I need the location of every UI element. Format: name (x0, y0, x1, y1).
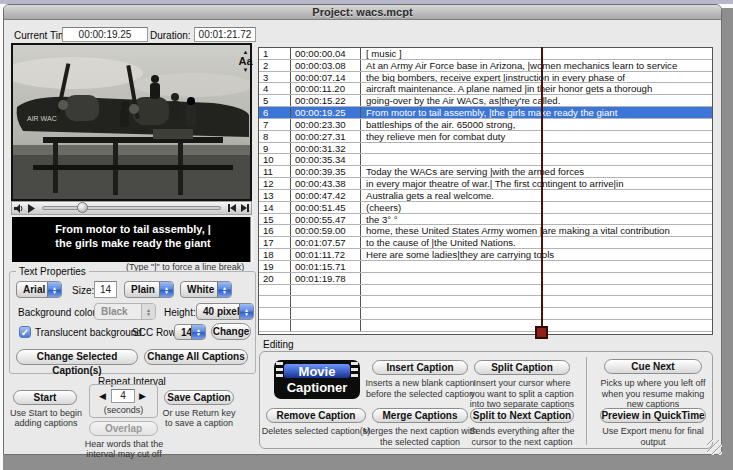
translucent-checkbox[interactable]: ✓ (19, 326, 31, 338)
caption-text (361, 308, 712, 319)
video-preview[interactable]: AIR WAC (11, 43, 252, 201)
split-next-button[interactable]: Split to Next Caption (470, 408, 574, 423)
caption-row[interactable]: 1700:01:07.57to the cause of |the United… (259, 237, 712, 249)
style-popup[interactable]: Plain ▲▼ (124, 281, 174, 298)
remove-caption-button[interactable]: Remove Caption (266, 408, 366, 423)
split-caption-button[interactable]: Split Caption (474, 360, 570, 375)
caption-row[interactable] (259, 285, 712, 297)
save-caption-button[interactable]: Save Caption (164, 390, 234, 405)
screenshot-stage: Project: wacs.mcpt Current Time: 00:00:1… (0, 0, 733, 470)
caption-row[interactable]: 500:00:15.22going-over by the Air WACs, … (259, 95, 712, 107)
interval-increase-arrow[interactable]: ▶ (139, 391, 146, 401)
caption-timecode (291, 296, 361, 307)
main-window: Project: wacs.mcpt Current Time: 00:00:1… (3, 4, 722, 455)
logo-line2: Captioner (274, 380, 360, 396)
color-value: White (187, 284, 214, 295)
caption-row[interactable]: 100:00:00.04[ music ] (259, 48, 712, 60)
color-popup[interactable]: White ▲▼ (180, 281, 232, 298)
scc-change-button[interactable]: Change (211, 323, 251, 340)
caption-row[interactable]: 800:00:27.31they relieve men for combat … (259, 131, 712, 143)
caption-number: 1 (259, 48, 291, 59)
caption-text (361, 273, 712, 284)
caption-preview-scrollbar[interactable] (250, 217, 254, 262)
caption-row[interactable]: 1900:01:15.71 (259, 261, 712, 273)
window-titlebar[interactable]: Project: wacs.mcpt (4, 5, 721, 20)
caption-row[interactable]: 700:00:23.30battleships of the air. 6500… (259, 119, 712, 131)
popup-arrows-icon: ▲▼ (239, 304, 253, 319)
volume-button[interactable] (12, 202, 25, 214)
caption-number: 17 (259, 237, 291, 248)
moviecaptioner-logo: Movie Captioner (274, 360, 360, 399)
preview-quicktime-button[interactable]: Preview in QuickTime (600, 408, 706, 423)
caption-preview-line2: the girls make ready the giant (12, 236, 254, 250)
duration-field: 00:01:21.72 (194, 27, 256, 42)
background-color-popup[interactable]: Black ▲▼ (94, 303, 156, 320)
caption-text: the big bombers, receive expert |instruc… (361, 72, 712, 83)
window-shadow-right (722, 8, 733, 470)
caption-row[interactable]: 1800:01:11.72Here are some ladies|they a… (259, 249, 712, 261)
play-button[interactable] (25, 202, 38, 214)
caption-row[interactable] (259, 320, 712, 332)
caption-number: 13 (259, 190, 291, 201)
caption-timecode: 00:00:51.45 (291, 202, 361, 213)
scc-row-label: SCC Row: (132, 327, 179, 338)
change-selected-button[interactable]: Change Selected Caption(s) (16, 349, 138, 365)
timeline-thumb[interactable] (77, 202, 88, 213)
caption-timecode: 00:00:03.08 (291, 60, 361, 71)
caption-row[interactable]: 400:00:11.20aircraft maintenance. A plan… (259, 83, 712, 95)
line-break-marker-handle[interactable] (535, 326, 548, 339)
step-back-button[interactable] (225, 202, 238, 214)
style-value: Plain (131, 284, 155, 295)
caption-timecode: 00:01:11.72 (291, 249, 361, 260)
interval-unit-label: (seconds) (89, 405, 158, 415)
caption-row[interactable]: 1300:00:47.42Australia gets a real welco… (259, 190, 712, 202)
caption-row[interactable]: 1600:00:59.00home, these United States A… (259, 225, 712, 237)
size-input[interactable]: 14 (94, 281, 117, 298)
caption-row[interactable]: 1500:00:55.47the 3° ° (259, 214, 712, 226)
caption-row[interactable]: 1400:00:51.45(cheers) (259, 202, 712, 214)
scc-row-popup[interactable]: 14 ▲▼ (174, 324, 206, 340)
table-font-size-control[interactable]: ▲ Aa ▼ (236, 49, 255, 73)
caption-row[interactable]: 1000:00:35.34 (259, 154, 712, 166)
interval-decrease-arrow[interactable]: ◀ (99, 391, 106, 401)
caption-timecode: 00:01:19.78 (291, 273, 361, 284)
caption-number: 8 (259, 131, 291, 142)
text-properties-legend: Text Properties (16, 266, 89, 277)
background-color-value: Black (101, 306, 128, 317)
caption-preview-line1: From motor to tail assembly, | (12, 222, 254, 236)
caption-row[interactable]: 2000:01:19.78 (259, 273, 712, 285)
caption-row[interactable] (259, 296, 712, 308)
start-button[interactable]: Start (13, 390, 77, 405)
interval-field[interactable]: 4 (111, 389, 135, 403)
font-size-label: Aa (236, 55, 255, 67)
caption-text (361, 285, 712, 296)
insert-caption-button[interactable]: Insert Caption (372, 360, 468, 375)
caption-row[interactable] (259, 308, 712, 320)
caption-number (259, 285, 291, 296)
caption-row[interactable]: 300:00:07.14the big bombers, receive exp… (259, 72, 712, 84)
height-label: Height: (164, 307, 196, 318)
merge-captions-button[interactable]: Merge Captions (372, 408, 468, 423)
font-family-popup[interactable]: Arial ▲▼ (16, 281, 62, 298)
change-all-button[interactable]: Change All Captions (144, 349, 248, 365)
font-decrease-icon[interactable]: ▼ (236, 67, 255, 73)
caption-number: 7 (259, 119, 291, 130)
caption-row[interactable]: 200:00:03.08At an Army Air Force base in… (259, 60, 712, 72)
caption-table[interactable]: 100:00:00.04[ music ]200:00:03.08At an A… (258, 47, 713, 335)
cue-next-button[interactable]: Cue Next (604, 359, 702, 374)
caption-timecode: 00:00:19.25 (291, 107, 361, 118)
caption-timecode: 00:00:43.38 (291, 178, 361, 189)
caption-timecode (291, 308, 361, 319)
caption-text (361, 154, 712, 165)
caption-row[interactable]: 1100:00:39.35Today the WACs are serving … (259, 166, 712, 178)
caption-number: 4 (259, 83, 291, 94)
caption-row[interactable]: 600:00:19.25From motor to tail assembly,… (259, 107, 712, 119)
timeline-slider[interactable] (42, 206, 221, 210)
caption-row[interactable]: 900:00:31.32 (259, 143, 712, 155)
caption-row[interactable]: 1200:00:43.38in every major theatre of w… (259, 178, 712, 190)
resize-grip[interactable] (707, 440, 722, 455)
overlap-button[interactable]: Overlap (89, 421, 158, 436)
caption-text: From motor to tail assembly, |the girls … (361, 107, 712, 118)
step-forward-button[interactable] (238, 202, 251, 214)
height-popup[interactable]: 40 pixels ▲▼ (196, 303, 254, 320)
